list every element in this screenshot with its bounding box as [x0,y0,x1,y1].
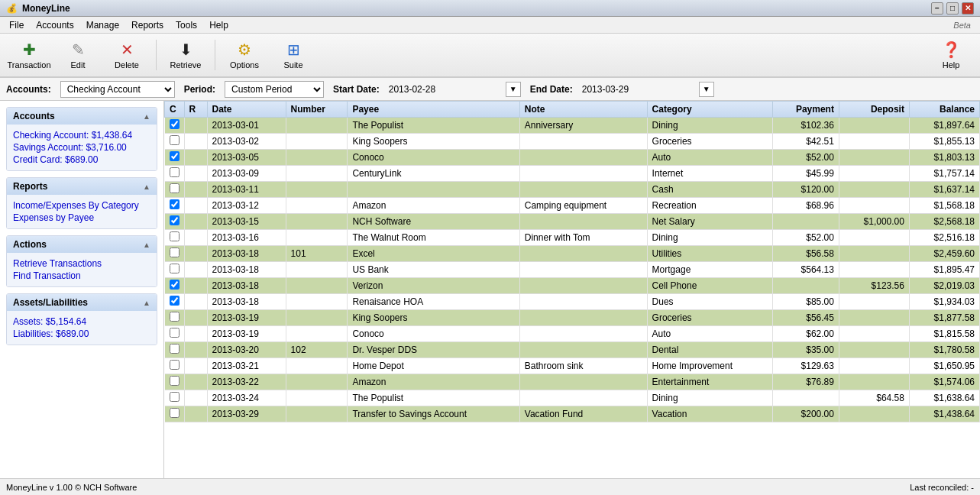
transaction-button[interactable]: ✚ Transaction [6,36,52,74]
help-button[interactable]: ❓ Help [928,36,974,74]
row-checkbox-cell[interactable] [165,262,185,278]
minimize-button[interactable]: − [931,2,943,15]
col-header-payee[interactable]: Payee [348,102,519,118]
row-checkbox-cell[interactable] [165,294,185,310]
row-checkbox-cell[interactable] [165,150,185,166]
menu-help[interactable]: Help [203,18,234,32]
table-row[interactable]: 2013-03-11 Cash $120.00 $1,637.14 [165,182,980,198]
row-checkbox-cell[interactable] [165,230,185,246]
col-header-number[interactable]: Number [286,102,348,118]
row-checkbox-cell[interactable] [165,406,185,422]
menu-reports[interactable]: Reports [125,18,170,32]
row-checkbox[interactable] [170,135,180,145]
row-checkbox[interactable] [170,344,180,354]
sidebar-retrieve-transactions[interactable]: Retrieve Transactions [13,257,150,270]
retrieve-button[interactable]: ⬇ Retrieve [163,36,209,74]
col-header-note[interactable]: Note [519,102,647,118]
table-row[interactable]: 2013-03-20 102 Dr. Vesper DDS Dental $35… [165,342,980,358]
menu-file[interactable]: File [3,18,30,32]
row-checkbox[interactable] [170,280,180,290]
table-row[interactable]: 2013-03-16 The Walnut Room Dinner with T… [165,230,980,246]
table-row[interactable]: 2013-03-09 CenturyLink Internet $45.99 $… [165,166,980,182]
row-checkbox[interactable] [170,328,180,338]
sidebar-assets[interactable]: Assets: $5,154.64 [13,315,150,328]
row-checkbox[interactable] [170,247,180,257]
start-date-picker-button[interactable]: ▼ [506,82,521,97]
row-checkbox-cell[interactable] [165,374,185,390]
sidebar-reports-header[interactable]: Reports ▲ [7,178,157,195]
col-header-date[interactable]: Date [207,102,286,118]
row-checkbox-cell[interactable] [165,198,185,214]
col-header-r[interactable]: R [184,102,207,118]
col-header-deposit[interactable]: Deposit [839,102,909,118]
sidebar-find-transaction[interactable]: Find Transaction [13,270,150,282]
row-checkbox[interactable] [170,264,180,273]
table-row[interactable]: 2013-03-29 Transfer to Savings Account V… [165,406,980,422]
close-button[interactable]: ✕ [962,2,974,15]
row-checkbox-cell[interactable] [165,310,185,326]
table-row[interactable]: 2013-03-02 King Soopers Groceries $42.51… [165,134,980,150]
row-checkbox-cell[interactable] [165,182,185,198]
row-checkbox[interactable] [170,360,180,370]
table-row[interactable]: 2013-03-19 King Soopers Groceries $56.45… [165,310,980,326]
sidebar-assets-header[interactable]: Assets/Liabilities ▲ [7,294,157,311]
edit-button[interactable]: ✎ Edit [55,36,101,74]
row-checkbox[interactable] [170,151,180,161]
col-header-category[interactable]: Category [647,102,772,118]
row-checkbox-cell[interactable] [165,118,185,134]
row-checkbox[interactable] [170,119,180,129]
row-checkbox[interactable] [170,231,180,241]
row-checkbox[interactable] [170,296,180,306]
menu-tools[interactable]: Tools [170,18,203,32]
row-checkbox-cell[interactable] [165,166,185,182]
row-checkbox-cell[interactable] [165,326,185,342]
menu-accounts[interactable]: Accounts [30,18,79,32]
menu-manage[interactable]: Manage [80,18,125,32]
row-checkbox[interactable] [170,199,180,209]
table-row[interactable]: 2013-03-22 Amazon Entertainment $76.89 $… [165,374,980,390]
table-row[interactable]: 2013-03-24 The Populist Dining $64.58 $1… [165,390,980,406]
row-checkbox-cell[interactable] [165,246,185,262]
row-checkbox[interactable] [170,376,180,386]
col-header-balance[interactable]: Balance [909,102,979,118]
period-select[interactable]: Custom Period [225,81,324,98]
row-checkbox[interactable] [170,392,180,402]
sidebar-credit-card[interactable]: Credit Card: $689.00 [13,154,150,166]
row-checkbox[interactable] [170,312,180,322]
table-row[interactable]: 2013-03-19 Conoco Auto $62.00 $1,815.58 [165,326,980,342]
table-row[interactable]: 2013-03-05 Conoco Auto $52.00 $1,803.13 [165,150,980,166]
col-header-payment[interactable]: Payment [772,102,839,118]
col-header-c[interactable]: C [165,102,185,118]
table-row[interactable]: 2013-03-21 Home Depot Bathroom sink Home… [165,358,980,374]
table-row[interactable]: 2013-03-01 The Populist Anniversary Dini… [165,118,980,134]
account-select[interactable]: Checking Account [60,81,175,98]
sidebar-accounts-header[interactable]: Accounts ▲ [7,108,157,125]
sidebar-liabilities[interactable]: Liabilities: $689.00 [13,328,150,340]
row-checkbox-cell[interactable] [165,390,185,406]
row-checkbox-cell[interactable] [165,358,185,374]
row-checkbox-cell[interactable] [165,134,185,150]
sidebar-actions-header[interactable]: Actions ▲ [7,236,157,253]
sidebar-expenses-by-payee[interactable]: Expenses by Payee [13,212,150,224]
table-row[interactable]: 2013-03-18 US Bank Mortgage $564.13 $1,8… [165,262,980,278]
row-checkbox[interactable] [170,408,180,418]
row-checkbox-cell[interactable] [165,214,185,230]
table-row[interactable]: 2013-03-18 Renaisance HOA Dues $85.00 $1… [165,294,980,310]
sidebar-checking-account[interactable]: Checking Account: $1,438.64 [13,129,150,141]
table-row[interactable]: 2013-03-15 NCH Software Net Salary $1,00… [165,214,980,230]
options-button[interactable]: ⚙ Options [222,36,267,74]
table-row[interactable]: 2013-03-18 Verizon Cell Phone $123.56 $2… [165,278,980,294]
delete-button[interactable]: ✕ Delete [104,36,150,74]
suite-button[interactable]: ⊞ Suite [270,36,316,74]
end-date-picker-button[interactable]: ▼ [699,82,714,97]
row-checkbox[interactable] [170,183,180,193]
row-checkbox-cell[interactable] [165,342,185,358]
maximize-button[interactable]: □ [946,2,959,15]
row-checkbox-cell[interactable] [165,278,185,294]
start-date-input[interactable] [389,84,503,95]
table-row[interactable]: 2013-03-18 101 Excel Utilities $56.58 $2… [165,246,980,262]
table-row[interactable]: 2013-03-12 Amazon Camping equipment Recr… [165,198,980,214]
sidebar-savings-account[interactable]: Savings Account: $3,716.00 [13,141,150,154]
row-checkbox[interactable] [170,167,180,177]
row-checkbox[interactable] [170,215,180,225]
